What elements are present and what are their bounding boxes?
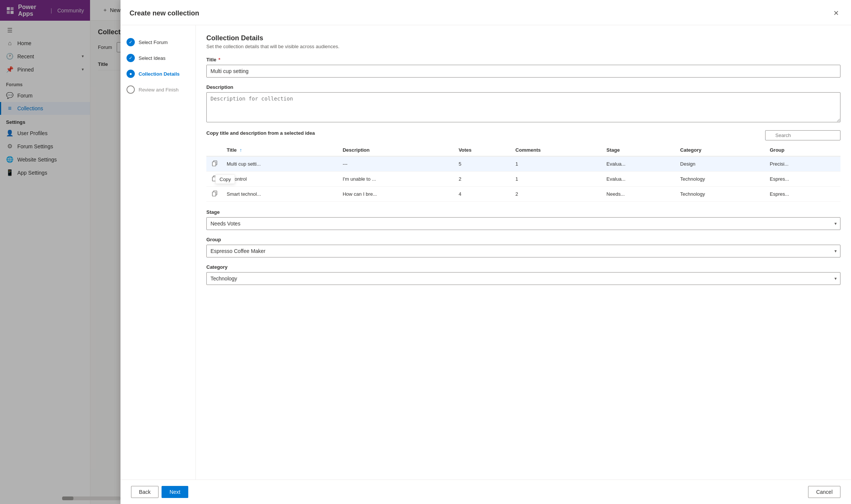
cancel-button[interactable]: Cancel <box>808 486 840 498</box>
copy-cell-2: Copy <box>206 172 223 187</box>
next-button[interactable]: Next <box>162 486 188 498</box>
idea-comments-3: 2 <box>512 187 603 202</box>
content-section-subtitle: Set the collection details that will be … <box>206 44 840 49</box>
modal-title: Create new collection <box>130 9 199 17</box>
idea-category-1: Design <box>676 156 766 172</box>
copy-section-title: Copy title and description from a select… <box>206 130 315 136</box>
modal-header: Create new collection ✕ <box>120 0 851 25</box>
idea-votes-1: 5 <box>455 156 512 172</box>
stage-select[interactable]: Needs Votes Under Review Approved Comple… <box>206 217 840 230</box>
group-select[interactable]: Espresso Coffee Maker Precision Grinder <box>206 245 840 257</box>
idea-group-2: Espres... <box>766 172 840 187</box>
search-box-wrap: 🔍 <box>765 130 840 140</box>
idea-votes-3: 4 <box>455 187 512 202</box>
step-label-forum: Select Forum <box>139 40 168 45</box>
title-input[interactable] <box>206 65 840 78</box>
idea-desc-3: How can I bre... <box>339 187 455 202</box>
copy-section: Copy title and description from a select… <box>206 130 840 285</box>
step-label-ideas: Select Ideas <box>139 55 166 61</box>
title-sort-icon: ↑ <box>239 147 242 153</box>
copy-cell-1 <box>206 156 223 172</box>
idea-group-1: Precisi... <box>766 156 840 172</box>
content-section-title: Collection Details <box>206 34 840 42</box>
col-votes: Votes <box>455 144 512 156</box>
step-review-finish: Review and Finish <box>127 82 189 97</box>
idea-title-1: Multi cup setti... <box>223 156 339 172</box>
title-required-marker: * <box>217 57 221 62</box>
col-category: Category <box>676 144 766 156</box>
idea-stage-2: Evalua... <box>603 172 677 187</box>
step-collection-details: ● Collection Details <box>127 66 189 82</box>
back-button[interactable]: Back <box>131 486 159 498</box>
copy-idea-button-1[interactable] <box>210 160 219 168</box>
description-label: Description <box>206 84 840 90</box>
idea-stage-1: Evalua... <box>603 156 677 172</box>
group-field: Group Espresso Coffee Maker Precision Gr… <box>206 237 840 257</box>
copy-cell-3 <box>206 187 223 202</box>
group-label: Group <box>206 237 840 242</box>
modal-overlay: Create new collection ✕ ✓ Select Forum ✓… <box>0 0 851 504</box>
ideas-search-input[interactable] <box>765 130 840 140</box>
idea-title-2: te control <box>223 172 339 187</box>
svg-rect-5 <box>212 162 216 166</box>
idea-title-3: Smart technol... <box>223 187 339 202</box>
modal: Create new collection ✕ ✓ Select Forum ✓… <box>120 0 851 504</box>
footer-right: Cancel <box>808 486 840 498</box>
col-comments: Comments <box>512 144 603 156</box>
table-row: Copy te control I'm unable to ... 2 1 Ev… <box>206 172 840 187</box>
title-label: Title * <box>206 57 840 62</box>
description-textarea[interactable] <box>206 92 840 122</box>
step-circle-forum: ✓ <box>127 38 135 46</box>
idea-category-3: Technology <box>676 187 766 202</box>
step-circle-ideas: ✓ <box>127 54 135 62</box>
idea-desc-2: I'm unable to ... <box>339 172 455 187</box>
description-field: Description <box>206 84 840 123</box>
category-field: Category Technology Design Engineering ▾ <box>206 264 840 285</box>
steps-panel: ✓ Select Forum ✓ Select Ideas ● Collecti… <box>120 25 196 480</box>
group-dropdown-wrap: Espresso Coffee Maker Precision Grinder … <box>206 245 840 257</box>
category-label: Category <box>206 264 840 270</box>
step-circle-details: ● <box>127 70 135 78</box>
table-row: Smart technol... How can I bre... 4 2 Ne… <box>206 187 840 202</box>
col-group: Group <box>766 144 840 156</box>
step-circle-review <box>127 85 135 94</box>
col-stage: Stage <box>603 144 677 156</box>
svg-rect-9 <box>212 192 216 196</box>
stage-dropdown-wrap: Needs Votes Under Review Approved Comple… <box>206 217 840 230</box>
col-title[interactable]: Title ↑ <box>223 144 339 156</box>
stage-field: Stage Needs Votes Under Review Approved … <box>206 209 840 230</box>
modal-body: ✓ Select Forum ✓ Select Ideas ● Collecti… <box>120 25 851 480</box>
copy-tooltip: Copy <box>215 174 235 184</box>
col-description: Description <box>339 144 455 156</box>
category-select[interactable]: Technology Design Engineering <box>206 272 840 285</box>
table-row: Multi cup setti... --- 5 1 Evalua... Des… <box>206 156 840 172</box>
idea-desc-1: --- <box>339 156 455 172</box>
ideas-table: Title ↑ Description Votes Comments Stage… <box>206 144 840 202</box>
idea-group-3: Espres... <box>766 187 840 202</box>
title-field: Title * <box>206 57 840 78</box>
footer-left: Back Next <box>131 486 188 498</box>
col-copy-action <box>206 144 223 156</box>
stage-label: Stage <box>206 209 840 215</box>
col-title-label: Title <box>227 147 237 153</box>
idea-votes-2: 2 <box>455 172 512 187</box>
idea-comments-1: 1 <box>512 156 603 172</box>
step-select-ideas: ✓ Select Ideas <box>127 50 189 66</box>
idea-comments-2: 1 <box>512 172 603 187</box>
modal-footer: Back Next Cancel <box>120 480 851 504</box>
step-label-review: Review and Finish <box>139 87 178 93</box>
category-dropdown-wrap: Technology Design Engineering ▾ <box>206 272 840 285</box>
step-select-forum: ✓ Select Forum <box>127 34 189 50</box>
step-label-details: Collection Details <box>139 71 180 77</box>
copy-idea-button-3[interactable] <box>210 190 219 198</box>
content-panel: Collection Details Set the collection de… <box>196 25 851 480</box>
modal-close-button[interactable]: ✕ <box>830 8 842 19</box>
idea-stage-3: Needs... <box>603 187 677 202</box>
idea-category-2: Technology <box>676 172 766 187</box>
